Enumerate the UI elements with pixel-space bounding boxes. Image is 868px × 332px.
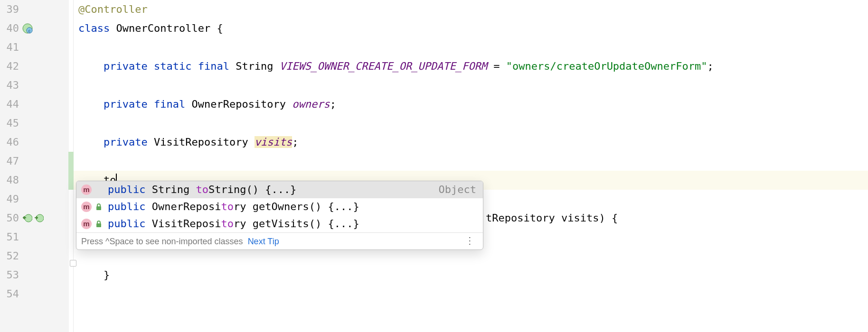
gutter: 3940c4142434445464748495051525354: [0, 0, 74, 332]
code-token: private static final: [78, 60, 236, 72]
line-number: 53: [5, 266, 19, 285]
completion-more-icon[interactable]: …: [464, 236, 481, 247]
code-token: VisitRepository: [154, 136, 255, 148]
code-row[interactable]: [74, 152, 868, 171]
code-row[interactable]: [74, 285, 868, 304]
gutter-line: 44: [0, 95, 73, 114]
code-token: class: [78, 22, 116, 34]
completion-footer: Press ^Space to see non-imported classes…: [76, 232, 483, 249]
gutter-line: 47: [0, 152, 73, 171]
code-token: ;: [330, 98, 336, 110]
line-number: 39: [5, 0, 19, 19]
line-number: 42: [5, 57, 19, 76]
line-number: 52: [5, 247, 19, 266]
svg-rect-5: [96, 206, 101, 210]
completion-item[interactable]: mpublic String toString() {...}Object: [76, 181, 483, 198]
gutter-line: 40c: [0, 19, 73, 38]
completion-signature: public VisitRepository getVisits() {...}: [108, 215, 476, 232]
code-token: }: [78, 269, 110, 281]
gutter-line: 52: [0, 247, 73, 266]
line-number: 47: [5, 152, 19, 171]
code-row[interactable]: class OwnerController {: [74, 19, 868, 38]
line-number: 51: [5, 228, 19, 247]
gutter-line: 53: [0, 266, 73, 285]
code-token: "owners/createOrUpdateOwnerForm": [506, 60, 708, 72]
method-icon: m: [81, 202, 92, 212]
completion-signature: public OwnerRepository getOwners() {...}: [108, 198, 476, 215]
gutter-line: 41: [0, 38, 73, 57]
code-token: String: [236, 60, 280, 72]
implements-icon[interactable]: [33, 213, 44, 223]
svg-text:c: c: [28, 28, 31, 33]
code-row[interactable]: private final OwnerRepository owners;: [74, 95, 868, 114]
implemented-in-icon[interactable]: [22, 213, 32, 223]
line-number: 43: [5, 76, 19, 95]
code-token: @Controller: [78, 3, 148, 15]
line-number: 45: [5, 114, 19, 133]
code-token: OwnerRepository: [191, 98, 292, 110]
code-editor: 3940c4142434445464748495051525354 @Contr…: [0, 0, 868, 332]
line-number: 54: [5, 285, 19, 304]
gutter-line: 43: [0, 76, 73, 95]
line-number: 46: [5, 133, 19, 152]
next-tip-link[interactable]: Next Tip: [248, 233, 279, 250]
method-icon: m: [81, 219, 92, 229]
code-token: OwnerController: [116, 22, 217, 34]
gutter-line: 48: [0, 171, 73, 190]
completion-hint: Press ^Space to see non-imported classes: [81, 233, 243, 250]
completion-item[interactable]: mpublic OwnerRepository getOwners() {...…: [76, 198, 483, 215]
lock-icon: [94, 203, 103, 211]
code-row[interactable]: private VisitRepository visits;: [74, 133, 868, 152]
class-icon[interactable]: c: [22, 23, 33, 34]
code-row[interactable]: @Controller: [74, 0, 868, 19]
gutter-line: 45: [0, 114, 73, 133]
line-number: 49: [5, 190, 19, 209]
code-token: ;: [708, 60, 714, 72]
line-number: 44: [5, 95, 19, 114]
completion-type: Object: [439, 181, 476, 198]
line-number: 40: [5, 19, 19, 38]
gutter-line: 49: [0, 190, 73, 209]
method-icon: m: [81, 184, 92, 195]
gutter-line: 39: [0, 0, 73, 19]
completion-popup: mpublic String toString() {...}Objectmpu…: [76, 181, 483, 250]
code-token: visits: [255, 136, 292, 148]
code-row[interactable]: [74, 114, 868, 133]
gutter-line: 54: [0, 285, 73, 304]
code-row[interactable]: [74, 76, 868, 95]
code-token: private final: [78, 98, 191, 110]
svg-rect-6: [96, 223, 101, 227]
line-number: 48: [5, 171, 19, 190]
code-row[interactable]: }: [74, 266, 868, 285]
lock-icon: [94, 220, 103, 228]
code-token: =: [487, 60, 506, 72]
code-row[interactable]: [74, 38, 868, 57]
code-token: {: [217, 22, 223, 34]
code-token: owners: [292, 98, 330, 110]
code-row[interactable]: private static final String VIEWS_OWNER_…: [74, 57, 868, 76]
code-area[interactable]: @Controllerclass OwnerController { priva…: [74, 0, 868, 332]
line-number: 50: [5, 209, 19, 228]
code-token: private: [78, 136, 154, 148]
gutter-line: 51: [0, 228, 73, 247]
completion-signature: public String toString() {...}: [108, 181, 439, 198]
code-token: ;: [292, 136, 298, 148]
gutter-line: 50: [0, 209, 73, 228]
completion-item[interactable]: mpublic VisitRepository getVisits() {...…: [76, 215, 483, 232]
gutter-line: 46: [0, 133, 73, 152]
code-token: VIEWS_OWNER_CREATE_OR_UPDATE_FORM: [280, 60, 487, 72]
gutter-line: 42: [0, 57, 73, 76]
line-number: 41: [5, 38, 19, 57]
